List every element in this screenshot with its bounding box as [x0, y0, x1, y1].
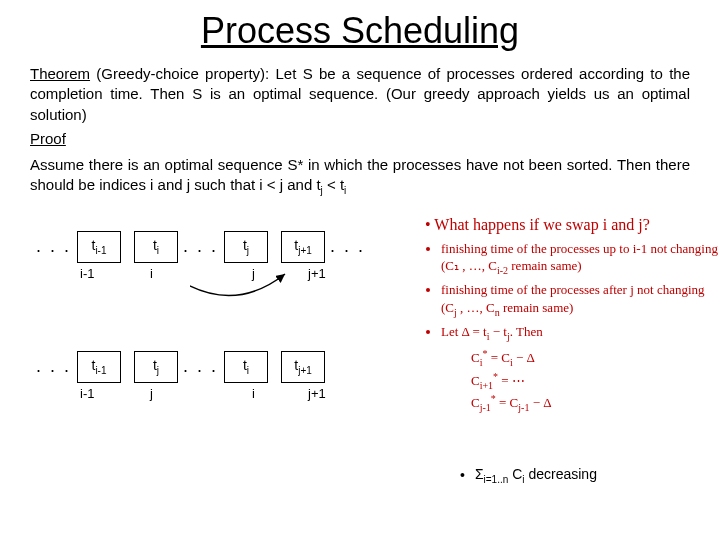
proof-label-line: Proof [30, 129, 690, 149]
cell-r2-3: ti [224, 351, 268, 383]
assume-paragraph: Assume there is an optimal sequence S* i… [30, 155, 690, 198]
sum-expression: Σi=1..n Ci decreasing [475, 466, 597, 485]
idx-r2-1: i-1 [80, 386, 94, 401]
cell-r1-2: ti [134, 231, 178, 263]
dots: . . . [36, 236, 71, 257]
cell-r2-4: tj+1 [281, 351, 325, 383]
bottom-note: • Σi=1..n Ci decreasing [460, 466, 597, 485]
bullet-icon: • [460, 467, 465, 483]
sequence-row-2: . . . ti-1 tj . . . ti tj+1 [30, 351, 324, 383]
dots: . . . [36, 356, 71, 377]
cell-r1-4: tj+1 [281, 231, 325, 263]
slide-title: Process Scheduling [30, 10, 690, 52]
theorem-label: Theorem [30, 65, 90, 82]
cell-r2-2: tj [134, 351, 178, 383]
dots: . . . [330, 236, 365, 257]
cell-r1-1: ti-1 [77, 231, 121, 263]
assume-tail: < t [323, 176, 344, 193]
idx-r1-4: j+1 [308, 266, 326, 281]
dots: . . . [183, 236, 218, 257]
swap-arrow-icon [190, 262, 310, 312]
annotation-item-2: finishing time of the processes after j … [441, 281, 720, 319]
annotation-block: • What happens if we swap i and j? finis… [425, 216, 720, 419]
proof-label: Proof [30, 130, 66, 147]
idx-r1-2: i [150, 266, 153, 281]
cell-r1-3: tj [224, 231, 268, 263]
annotation-item-1: finishing time of the processes up to i-… [441, 240, 720, 278]
diagram-area: . . . ti-1 ti . . . tj tj+1 . . . i-1 i … [30, 216, 690, 506]
cell-r2-1: ti-1 [77, 351, 121, 383]
sub-i: i [344, 185, 346, 196]
idx-r2-4: j+1 [308, 386, 326, 401]
annotation-list: finishing time of the processes up to i-… [425, 240, 720, 415]
sequence-row-1: . . . ti-1 ti . . . tj tj+1 . . . [30, 231, 371, 263]
idx-r1-1: i-1 [80, 266, 94, 281]
assume-text: Assume there is an optimal sequence S* i… [30, 156, 690, 193]
theorem-body: (Greedy-choice property): Let S be a seq… [30, 65, 690, 123]
theorem-paragraph: Theorem (Greedy-choice property): Let S … [30, 64, 690, 125]
annotation-question: • What happens if we swap i and j? [425, 216, 720, 234]
dots: . . . [183, 356, 218, 377]
idx-r2-2: j [150, 386, 153, 401]
idx-r1-3: j [252, 266, 255, 281]
idx-r2-3: i [252, 386, 255, 401]
annotation-item-3: Let Δ = ti − tj. Then Ci* = Ci − Δ Ci+1*… [441, 323, 720, 414]
